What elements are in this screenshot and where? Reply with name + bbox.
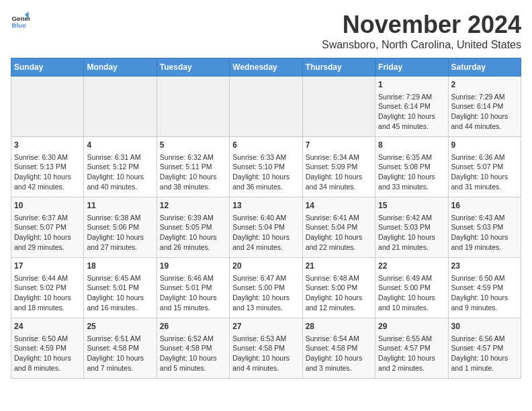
day-info: Sunset: 4:58 PM — [160, 343, 226, 353]
day-info: Daylight: 10 hours and 21 minutes. — [378, 232, 445, 252]
col-thursday: Thursday — [302, 58, 375, 77]
day-number: 9 — [451, 140, 518, 151]
day-info: Sunset: 5:09 PM — [306, 162, 372, 172]
day-number: 8 — [378, 140, 445, 151]
day-info: Daylight: 10 hours and 15 minutes. — [160, 293, 226, 312]
day-info: Sunrise: 6:44 AM — [14, 273, 81, 283]
svg-text:Blue: Blue — [11, 21, 26, 29]
day-info: Sunset: 5:04 PM — [306, 222, 372, 232]
day-info: Sunset: 5:03 PM — [378, 222, 445, 232]
day-info: Daylight: 10 hours and 36 minutes. — [232, 172, 299, 191]
table-row: 30Sunrise: 6:56 AMSunset: 4:57 PMDayligh… — [448, 318, 521, 379]
calendar-week-row: 17Sunrise: 6:44 AMSunset: 5:02 PMDayligh… — [11, 258, 521, 318]
day-info: Sunset: 5:01 PM — [87, 283, 153, 293]
day-info: Sunrise: 6:51 AM — [87, 334, 153, 344]
table-row: 1Sunrise: 7:29 AMSunset: 6:14 PMDaylight… — [375, 77, 448, 137]
day-info: Sunrise: 6:53 AM — [232, 334, 299, 344]
day-info: Sunrise: 6:37 AM — [14, 213, 81, 223]
col-monday: Monday — [84, 58, 157, 77]
day-info: Sunrise: 6:52 AM — [160, 334, 226, 344]
day-info: Daylight: 10 hours and 8 minutes. — [14, 353, 81, 373]
day-info: Sunrise: 6:48 AM — [306, 273, 372, 283]
calendar-subtitle: Swansboro, North Carolina, United States — [322, 39, 521, 51]
page-header: General Blue November 2024 Swansboro, No… — [11, 11, 521, 51]
table-row: 2Sunrise: 7:29 AMSunset: 6:14 PMDaylight… — [448, 77, 521, 137]
day-info: Daylight: 10 hours and 18 minutes. — [14, 293, 81, 312]
table-row: 18Sunrise: 6:45 AMSunset: 5:01 PMDayligh… — [84, 258, 157, 318]
day-info: Sunrise: 6:46 AM — [160, 273, 226, 283]
day-info: Daylight: 10 hours and 19 minutes. — [451, 232, 518, 252]
day-number: 21 — [306, 261, 372, 272]
table-row: 6Sunrise: 6:33 AMSunset: 5:10 PMDaylight… — [230, 137, 302, 197]
day-number: 22 — [378, 261, 445, 272]
day-info: Sunset: 4:59 PM — [14, 343, 81, 353]
day-info: Sunrise: 6:42 AM — [378, 213, 445, 223]
col-sunday: Sunday — [11, 58, 84, 77]
day-info: Daylight: 10 hours and 31 minutes. — [451, 172, 518, 191]
day-info: Daylight: 10 hours and 44 minutes. — [451, 111, 518, 131]
calendar-week-row: 3Sunrise: 6:30 AMSunset: 5:13 PMDaylight… — [11, 137, 521, 197]
day-number: 10 — [14, 200, 81, 212]
day-info: Sunset: 4:58 PM — [87, 343, 153, 353]
day-number: 11 — [87, 200, 153, 212]
table-row: 4Sunrise: 6:31 AMSunset: 5:12 PMDaylight… — [84, 137, 157, 197]
day-info: Daylight: 10 hours and 5 minutes. — [160, 353, 226, 373]
day-number: 20 — [232, 261, 299, 272]
table-row — [84, 77, 157, 137]
table-row: 24Sunrise: 6:50 AMSunset: 4:59 PMDayligh… — [11, 318, 84, 379]
day-info: Daylight: 10 hours and 7 minutes. — [87, 353, 153, 373]
day-number: 5 — [160, 140, 226, 151]
day-info: Sunrise: 6:50 AM — [451, 273, 518, 283]
table-row: 11Sunrise: 6:38 AMSunset: 5:06 PMDayligh… — [84, 197, 157, 258]
day-info: Sunrise: 7:29 AM — [451, 92, 518, 102]
day-number: 29 — [378, 321, 445, 332]
day-number: 13 — [232, 200, 299, 212]
table-row: 8Sunrise: 6:35 AMSunset: 5:08 PMDaylight… — [375, 137, 448, 197]
day-info: Sunset: 5:05 PM — [160, 222, 226, 232]
day-info: Daylight: 10 hours and 40 minutes. — [87, 172, 153, 191]
title-area: November 2024 Swansboro, North Carolina,… — [322, 11, 521, 51]
day-info: Daylight: 10 hours and 33 minutes. — [378, 172, 445, 191]
table-row — [302, 77, 375, 137]
day-number: 24 — [14, 321, 81, 332]
day-info: Sunset: 4:58 PM — [232, 343, 299, 353]
table-row: 26Sunrise: 6:52 AMSunset: 4:58 PMDayligh… — [157, 318, 229, 379]
day-number: 1 — [378, 79, 445, 91]
table-row: 12Sunrise: 6:39 AMSunset: 5:05 PMDayligh… — [157, 197, 229, 258]
calendar-table: Sunday Monday Tuesday Wednesday Thursday… — [11, 58, 521, 379]
day-info: Daylight: 10 hours and 24 minutes. — [232, 232, 299, 252]
day-info: Sunset: 5:02 PM — [14, 283, 81, 293]
day-info: Sunrise: 6:40 AM — [232, 213, 299, 223]
day-number: 6 — [232, 140, 299, 151]
day-number: 12 — [160, 200, 226, 212]
day-number: 14 — [306, 200, 372, 212]
day-number: 18 — [87, 261, 153, 272]
calendar-header-row: Sunday Monday Tuesday Wednesday Thursday… — [11, 58, 521, 77]
day-number: 25 — [87, 321, 153, 332]
day-info: Daylight: 10 hours and 34 minutes. — [306, 172, 372, 191]
day-info: Sunset: 5:03 PM — [451, 222, 518, 232]
table-row: 23Sunrise: 6:50 AMSunset: 4:59 PMDayligh… — [448, 258, 521, 318]
day-info: Sunrise: 6:49 AM — [378, 273, 445, 283]
table-row: 21Sunrise: 6:48 AMSunset: 5:00 PMDayligh… — [302, 258, 375, 318]
table-row: 27Sunrise: 6:53 AMSunset: 4:58 PMDayligh… — [230, 318, 302, 379]
day-info: Sunset: 5:00 PM — [232, 283, 299, 293]
day-number: 16 — [451, 200, 518, 212]
table-row: 22Sunrise: 6:49 AMSunset: 5:00 PMDayligh… — [375, 258, 448, 318]
day-info: Sunset: 5:00 PM — [306, 283, 372, 293]
table-row — [11, 77, 84, 137]
day-number: 27 — [232, 321, 299, 332]
day-number: 2 — [451, 79, 518, 91]
calendar-week-row: 24Sunrise: 6:50 AMSunset: 4:59 PMDayligh… — [11, 318, 521, 379]
day-number: 4 — [87, 140, 153, 151]
day-number: 28 — [306, 321, 372, 332]
table-row: 3Sunrise: 6:30 AMSunset: 5:13 PMDaylight… — [11, 137, 84, 197]
day-info: Sunrise: 6:55 AM — [378, 334, 445, 344]
day-info: Sunrise: 6:31 AM — [87, 152, 153, 163]
day-info: Sunset: 5:07 PM — [451, 162, 518, 172]
col-tuesday: Tuesday — [157, 58, 229, 77]
day-info: Daylight: 10 hours and 22 minutes. — [306, 232, 372, 252]
table-row: 29Sunrise: 6:55 AMSunset: 4:57 PMDayligh… — [375, 318, 448, 379]
day-info: Sunrise: 6:38 AM — [87, 213, 153, 223]
table-row: 7Sunrise: 6:34 AMSunset: 5:09 PMDaylight… — [302, 137, 375, 197]
